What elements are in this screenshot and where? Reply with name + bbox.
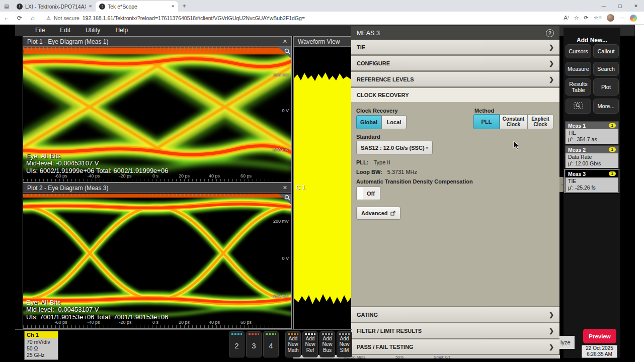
meas-panel-title-bar[interactable]: MEAS 3 ? [351,26,559,40]
window-close-button[interactable]: ✕ [628,4,644,9]
add-measure-button[interactable]: Measure [566,62,591,76]
refresh-icon[interactable]: ⟳ [13,14,26,22]
add-callout-button[interactable]: Callout [593,44,619,58]
local-button[interactable]: Local [381,115,407,129]
advanced-button[interactable]: Advanced [356,207,400,220]
explicit-clock-button[interactable]: Explicit Clock [527,114,553,129]
add-results-table-button[interactable]: Results Table [566,78,591,96]
channel4-button[interactable]: 4 [263,331,279,357]
constant-clock-button[interactable]: Constant Clock [500,114,527,129]
add-search-button[interactable]: Search [593,62,619,76]
menu-help[interactable]: Help [115,27,128,34]
meas2-type: Data Rate [568,154,616,160]
atdc-off-toggle[interactable]: Off [356,187,380,200]
standard-value: SAS12 : 12.0 Gb/s (SSC) [361,145,425,151]
external-link-icon [390,211,395,216]
channel3-button[interactable]: 3 [246,331,262,357]
read-aloud-icon[interactable]: A⁾ [564,15,569,21]
tab-search-icon[interactable]: ▤ [0,1,13,12]
profile-avatar[interactable] [607,14,614,22]
browser-tab-escope[interactable]: t Tek e*Scope ✕ [96,1,178,12]
not-secure-label: Not secure [54,15,79,21]
more-button[interactable]: More... [593,99,619,114]
browser-toolbar: ← ⟳ ⌂ ⚠ Not secure 192.168.1.61/Tektroni… [0,12,644,25]
chevron-left-icon: ‹ [561,183,563,187]
settings-ellipsis-icon[interactable]: ⋯ [619,15,625,21]
x-axis-tick: 20 ps [179,173,190,178]
menu-file[interactable]: File [35,27,45,34]
tab-close-icon[interactable]: ✕ [89,4,92,9]
section-reference-levels[interactable]: REFERENCE LEVELS❯ [351,72,559,86]
meas2-value: μ': 12.00 Gb/s [568,160,616,167]
add-new-bus-button[interactable]: Add New Bus [319,331,335,357]
analyze-button-partial[interactable]: lyze [559,336,575,349]
plot2-close-icon[interactable]: ✕ [283,185,287,191]
screen: ▤ t LXI - Tektronix-DPO714AX ✕ t Tek e*S… [0,0,644,362]
waveform-view-body[interactable]: C 1 [294,47,351,329]
plot1-title: Plot 1 - Eye Diagram (Meas 1) [27,38,108,45]
add-zoom-button[interactable] [566,99,591,114]
add-new-header: Add New... [564,28,620,44]
help-icon[interactable]: ? [546,29,554,37]
source-count-badge: 1 [609,147,616,152]
preview-button[interactable]: Preview [583,329,616,343]
add-cursors-button[interactable]: Cursors [566,44,591,58]
add-plot-button[interactable]: Plot [593,78,619,96]
meas1-value: μ': -354.7 as [568,136,616,143]
pll-type-readout: PLL:Type II [356,159,390,165]
top-tick-ruler [23,47,291,50]
collections-icon[interactable]: ⟳ [584,15,589,21]
plot-zoom-corner-icon[interactable] [278,194,291,205]
section-gating[interactable]: GATING❯ [351,307,559,322]
plot2-title-bar[interactable]: Plot 2 - Eye Diagram (Meas 3) ✕ [23,183,291,193]
waveform-view-title-bar[interactable]: Waveform View [294,37,351,47]
menu-utility[interactable]: Utility [86,27,100,34]
meas3-value: μ': -25.26 fs [568,185,616,191]
plot-zoom-corner-icon[interactable] [278,47,291,58]
section-pass-fail[interactable]: PASS / FAIL TESTING❯ [351,339,559,354]
not-secure-warning-icon: ⚠ [46,15,51,21]
y-axis-label: 0 V [282,256,289,261]
window-maximize-button[interactable]: ▢ [612,4,628,9]
browser-tab-lxi[interactable]: t LXI - Tektronix-DPO714AX ✕ [13,1,96,12]
plot2-eye-diagram[interactable]: 200 mV 0 V -200 mV -60 ps -40 ps -20 ps … [23,194,291,328]
back-icon[interactable]: ← [0,15,13,22]
meas2-badge-card[interactable]: Meas 2 1 Data Rate μ': 12.00 Gb/s [565,145,619,168]
x-axis-tick: 40 ps [209,320,220,325]
add-new-ref-button[interactable]: Add New Ref [302,331,318,357]
section-configure[interactable]: CONFIGURE❯ [351,56,559,70]
plot1-panel: Plot 1 - Eye Diagram (Meas 1) ✕ [23,36,292,183]
add-new-math-button[interactable]: Add New Math [285,331,301,357]
divider [15,329,352,330]
window-minimize-button[interactable]: — [596,4,612,9]
channel2-button[interactable]: 2 [229,331,245,357]
plot2-title: Plot 2 - Eye Diagram (Meas 3) [27,185,108,192]
plot1-title-bar[interactable]: Plot 1 - Eye Diagram (Meas 1) ✕ [23,37,291,47]
channel1-badge-card[interactable]: Ch 1 70 mV/div 50 Ω 25 GHz [24,331,58,360]
pll-button[interactable]: PLL [473,114,500,129]
copilot-icon[interactable] [630,15,637,22]
section-filter-limit[interactable]: FILTER / LIMIT RESULTS❯ [351,323,559,338]
address-bar[interactable]: ⚠ Not secure 192.168.1.61/Tektronix/?rel… [39,15,564,21]
home-icon[interactable]: ⌂ [26,15,39,22]
y-axis-label: 200 mV [273,219,289,224]
plot1-eye-diagram[interactable]: 200 mV 0 V -200 mV -60 ps -40 ps -20 ps … [23,47,291,182]
chevron-right-icon: ❯ [549,44,554,51]
plot1-close-icon[interactable]: ✕ [283,38,287,45]
favorites-bar-icon[interactable]: ☆≡ [594,15,602,21]
section-tie[interactable]: TIE❯ [351,40,559,54]
meas1-badge-card[interactable]: Meas 1 1 TIE μ': -354.7 as [565,121,619,144]
tab-close-icon[interactable]: ✕ [171,4,175,9]
clock-recovery-content: Clock Recovery Global Local Method PLL C… [351,102,559,306]
standard-dropdown[interactable]: SAS12 : 12.0 Gb/s (SSC) ▾ [356,141,433,154]
favorite-star-icon[interactable]: ☆ [574,15,579,21]
plot2-readout: Eye: All Bits Mid-level: -0.00453107 V U… [26,299,168,321]
tab-title: LXI - Tektronix-DPO714AX [25,4,86,10]
section-clock-recovery[interactable]: CLOCK RECOVERY [351,88,559,102]
bottom-tick-ruler [23,325,291,328]
global-button[interactable]: Global [356,115,381,129]
add-new-sim-button[interactable]: Add New SIM [337,331,352,357]
meas3-badge-card[interactable]: Meas 3 1 TIE μ': -25.26 fs [565,169,619,193]
menu-edit[interactable]: Edit [60,27,70,34]
new-tab-button[interactable]: ＋ [178,2,190,10]
